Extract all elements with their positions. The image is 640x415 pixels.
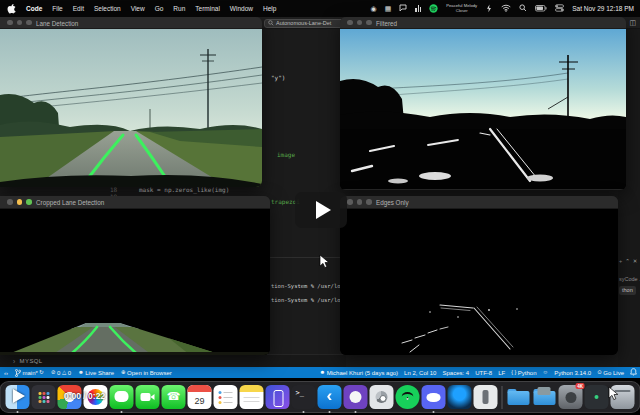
globe-icon: ⊕: [121, 370, 126, 376]
menu-help[interactable]: Help: [263, 5, 276, 12]
now-playing-subtitle: Closer: [456, 9, 468, 14]
menu-clock[interactable]: Sat Nov 29 12:18 PM: [572, 5, 634, 12]
go-live-item[interactable]: ⊙ Go Live: [597, 370, 624, 376]
cropped-title-bar[interactable]: Cropped Lane Detection: [0, 196, 270, 209]
git-blame-item[interactable]: ☻ Michael Khuri (5 days ago): [319, 370, 398, 376]
dock-spotify-icon[interactable]: [396, 385, 420, 409]
python-interpreter-item[interactable]: Python 3.14.0: [554, 370, 591, 376]
live-share-item[interactable]: ☻ Live Share: [78, 370, 114, 376]
problems-item[interactable]: ⊘ 0 △ 0: [51, 370, 71, 376]
panel-close-icon[interactable]: ✕: [633, 258, 638, 264]
minimize-button[interactable]: [17, 199, 23, 205]
dock-facetime-icon[interactable]: [136, 385, 160, 409]
terminal-tab-easycode[interactable]: syCode ...: [619, 276, 640, 282]
dock-iphone-mirroring-icon[interactable]: [266, 385, 290, 409]
menu-go[interactable]: Go: [155, 5, 164, 12]
chevron-right-icon: ›: [13, 358, 16, 365]
dock-grey-app-icon[interactable]: [474, 385, 498, 409]
menu-window[interactable]: Window: [230, 5, 253, 12]
minimize-button[interactable]: [357, 199, 363, 205]
dock-discord-icon[interactable]: [422, 385, 446, 409]
filtered-title-bar[interactable]: Filtered: [340, 17, 626, 29]
dock-reminders-icon[interactable]: [214, 385, 238, 409]
menu-terminal[interactable]: Terminal: [195, 5, 220, 12]
record-icon[interactable]: ◉: [371, 5, 377, 12]
window-filtered[interactable]: Filtered: [340, 17, 626, 190]
indentation-item[interactable]: Spaces: 4: [442, 370, 469, 376]
vscode-status-bar: ‹› main* ↻ ⊘ 0 △ 0 ☻ Live Share ⊕ Open i…: [0, 367, 640, 378]
git-branch-item[interactable]: main* ↻: [15, 369, 44, 377]
lane-detection-title-bar[interactable]: Lane Detection: [0, 17, 262, 29]
edges-title-bar[interactable]: Edges Only: [340, 196, 618, 209]
zoom-button[interactable]: [366, 199, 372, 205]
menu-run[interactable]: Run: [173, 5, 185, 12]
code-fragment-image: image: [277, 151, 295, 158]
braces-icon: { }: [511, 370, 516, 376]
panel-maximize-icon[interactable]: ⌃: [625, 258, 630, 264]
window-lane-detection[interactable]: Lane Detection: [0, 17, 262, 187]
split-editor-icon[interactable]: ◫: [629, 19, 636, 27]
code-line-18: mask = np.zeros_like(img): [139, 186, 229, 193]
battery-icon[interactable]: [535, 5, 547, 13]
feedback-smiley-icon[interactable]: ☺: [543, 370, 549, 376]
window-edges-only[interactable]: Edges Only: [340, 196, 618, 355]
mysql-panel-label: MYSQL: [20, 358, 43, 364]
menu-view[interactable]: View: [131, 5, 145, 12]
close-button[interactable]: [347, 199, 353, 205]
close-button[interactable]: [7, 20, 13, 26]
equalizer-icon[interactable]: [415, 5, 421, 12]
minimize-button[interactable]: [357, 20, 363, 26]
dock-vscode-icon[interactable]: [318, 385, 342, 409]
close-button[interactable]: [347, 20, 353, 26]
dock-downloads-folder-icon[interactable]: [507, 385, 531, 409]
chat-icon[interactable]: [399, 4, 407, 13]
zoom-button[interactable]: [26, 20, 32, 26]
search-icon[interactable]: [519, 4, 527, 13]
dock-phone-icon[interactable]: [162, 385, 186, 409]
battery-charging-icon[interactable]: [485, 4, 493, 14]
zoom-button[interactable]: [26, 199, 32, 205]
cropped-video: [0, 209, 270, 355]
open-in-browser-item[interactable]: ⊕ Open in Browser: [121, 370, 172, 376]
cursor-position-item[interactable]: Ln 2, Col 10: [404, 370, 436, 376]
dock-4k-video-app-icon[interactable]: 4K: [559, 385, 583, 409]
workspace-name: Autonomous-Lane-Det: [276, 20, 331, 26]
dock-blue-app-icon[interactable]: [448, 385, 472, 409]
eol-item[interactable]: LF: [498, 370, 505, 376]
dock-terminal-icon[interactable]: [292, 385, 316, 409]
wifi-icon[interactable]: [501, 4, 511, 13]
bell-icon[interactable]: [630, 368, 637, 377]
open-in-browser-label: Open in Browser: [127, 370, 172, 376]
dock-mini-app-icon[interactable]: [585, 385, 609, 409]
close-button[interactable]: [7, 199, 13, 205]
dock-project-folder-icon[interactable]: [533, 385, 557, 409]
language-mode-item[interactable]: { } Python: [511, 370, 536, 376]
window-title: Edges Only: [376, 199, 409, 206]
menu-app-name[interactable]: Code: [26, 5, 42, 12]
window-tiles-icon[interactable]: ▦: [385, 5, 392, 12]
dock-notes-icon[interactable]: [240, 385, 264, 409]
spotify-icon[interactable]: [429, 4, 438, 14]
control-center-icon[interactable]: [555, 4, 564, 13]
dock-messages-icon[interactable]: [110, 385, 134, 409]
dock-calendar-icon[interactable]: 29: [188, 385, 212, 409]
dock-chrome-grey-app-icon[interactable]: [370, 385, 394, 409]
menu-edit[interactable]: Edit: [73, 5, 84, 12]
dock-separator: [502, 386, 503, 409]
mysql-panel-header[interactable]: › MYSQL: [0, 354, 346, 367]
terminal-tab-python[interactable]: thon: [619, 286, 636, 295]
now-playing[interactable]: Peaceful Melody Closer: [446, 4, 477, 14]
window-cropped-lane-detection[interactable]: Cropped Lane Detection: [0, 196, 270, 355]
player-play-button[interactable]: [13, 389, 25, 403]
dock-github-desktop-icon[interactable]: [344, 385, 368, 409]
minimize-button[interactable]: [17, 20, 23, 26]
apple-menu-icon[interactable]: [7, 3, 16, 15]
dock-launchpad-icon[interactable]: [32, 385, 56, 409]
menu-selection[interactable]: Selection: [94, 5, 121, 12]
menu-file[interactable]: File: [52, 5, 62, 12]
encoding-item[interactable]: UTF-8: [475, 370, 492, 376]
panel-more-icon[interactable]: +: [619, 258, 622, 264]
video-play-overlay[interactable]: [295, 192, 347, 228]
remote-indicator[interactable]: ‹›: [4, 370, 8, 376]
zoom-button[interactable]: [366, 20, 372, 26]
